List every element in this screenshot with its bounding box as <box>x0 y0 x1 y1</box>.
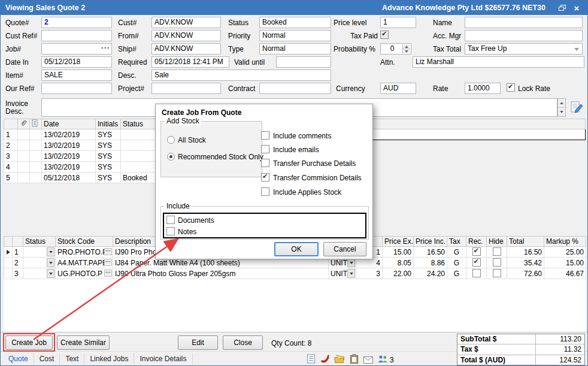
history-rownum-cell[interactable]: 4 <box>4 162 18 173</box>
chevron-down-icon[interactable] <box>47 247 54 256</box>
item-status-select[interactable] <box>23 268 56 279</box>
history-note-cell[interactable] <box>30 162 42 173</box>
item-hide-cell[interactable] <box>487 258 507 268</box>
item-stock-code-cell[interactable]: UG.PHOTO.P <box>56 268 113 279</box>
required-input[interactable]: 05/12/2018 12:41 PM <box>151 56 229 68</box>
history-date-cell[interactable]: 13/02/2019 <box>42 140 96 151</box>
item-rownum-cell[interactable]: 2 <box>13 258 23 268</box>
history-attach-cell[interactable] <box>18 140 30 151</box>
rec-checkbox[interactable] <box>472 269 481 277</box>
create-job-button[interactable]: Create Job <box>5 335 53 350</box>
hide-checkbox[interactable] <box>493 269 501 277</box>
ok-button[interactable]: OK <box>274 242 319 256</box>
lock-rate-checkbox[interactable] <box>507 83 515 92</box>
cancel-button[interactable]: Cancel <box>323 242 366 256</box>
tab-quote[interactable]: Quote <box>3 353 34 365</box>
rate-input[interactable]: 1.0000 <box>465 83 501 94</box>
chevron-down-icon[interactable] <box>47 269 54 278</box>
history-attach-cell[interactable] <box>18 162 30 173</box>
item-price-ex-cell[interactable]: 15.00 <box>383 247 414 258</box>
stock-browse-button[interactable] <box>104 248 112 255</box>
restore-icon[interactable] <box>556 2 568 13</box>
status-input[interactable]: Booked <box>259 17 331 28</box>
spin-up-icon[interactable] <box>403 44 410 49</box>
probability-spinner[interactable] <box>402 44 410 53</box>
history-note-cell[interactable] <box>30 140 42 151</box>
date-in-input[interactable]: 05/12/2018 <box>41 56 112 68</box>
item-description-cell[interactable]: IJ90 Ultra Photo Gloss Paper 205gsm <box>113 268 329 279</box>
history-rownum-cell[interactable]: 1 <box>4 129 18 140</box>
item-hide-cell[interactable] <box>487 247 507 258</box>
transfer-commission-checkbox[interactable] <box>261 173 269 182</box>
contract-input[interactable] <box>259 83 331 94</box>
acc-mgr-input[interactable] <box>465 30 583 41</box>
item-rec-cell[interactable] <box>466 258 487 268</box>
from-input[interactable]: ADV.KNOW <box>151 30 221 41</box>
cust-input[interactable]: ADV.KNOW <box>151 17 221 28</box>
notes-checkbox[interactable] <box>166 227 175 235</box>
edit-button[interactable]: Edit <box>178 335 218 350</box>
ship-input[interactable]: ADV.KNOW <box>151 43 221 55</box>
item-input[interactable]: SALE <box>41 69 112 81</box>
quote-input[interactable]: 2 <box>41 17 112 28</box>
name-input[interactable] <box>465 17 583 28</box>
history-attach-cell[interactable] <box>18 151 30 162</box>
item-markup-cell[interactable]: 46.67 <box>544 268 586 279</box>
recommended-stock-radio[interactable] <box>167 153 175 161</box>
item-row[interactable]: 3 UG.PHOTO.P IJ90 Ultra Photo Gloss Pape… <box>4 268 586 279</box>
history-date-cell[interactable]: 13/02/2019 <box>42 129 96 140</box>
item-tax-cell[interactable]: G <box>447 258 466 268</box>
report-icon[interactable] <box>305 353 317 364</box>
job-input[interactable]: ··· <box>41 43 112 55</box>
tab-text[interactable]: Text <box>60 353 84 365</box>
history-attach-cell[interactable] <box>18 173 30 183</box>
currency-input[interactable]: AUD <box>380 83 416 94</box>
item-tax-cell[interactable]: G <box>447 247 466 258</box>
item-markup-cell[interactable]: 25.00 <box>544 247 586 258</box>
rec-checkbox[interactable] <box>472 247 481 256</box>
create-similar-button[interactable]: Create Similar <box>57 335 110 350</box>
spin-down-icon[interactable] <box>403 49 410 53</box>
rec-checkbox[interactable] <box>472 258 481 267</box>
desc-input[interactable]: Sale <box>151 69 331 81</box>
item-status-select[interactable] <box>23 247 56 258</box>
type-input[interactable]: Normal <box>259 43 331 55</box>
chevron-down-icon[interactable] <box>47 258 54 267</box>
history-note-cell[interactable] <box>30 173 42 183</box>
spin-up-icon[interactable] <box>558 99 565 107</box>
history-initials-cell[interactable]: SYS <box>96 151 121 162</box>
spin-down-icon[interactable] <box>558 107 565 116</box>
contacts-icon[interactable] <box>377 353 389 364</box>
item-rownum-cell[interactable]: 3 <box>13 268 23 279</box>
tab-cost[interactable]: Cost <box>34 353 60 365</box>
clipboard-icon[interactable] <box>348 353 360 364</box>
tax-total-select[interactable]: Tax Free Up <box>465 43 583 55</box>
history-attach-cell[interactable] <box>18 129 30 140</box>
job-browse-button[interactable]: ··· <box>101 44 110 52</box>
transfer-purchase-checkbox[interactable] <box>261 159 269 167</box>
item-price-inc-cell[interactable]: 8.86 <box>414 258 447 268</box>
item-markup-cell[interactable]: 15.00 <box>544 258 586 268</box>
history-initials-cell[interactable]: SYS <box>96 162 121 173</box>
close-icon[interactable]: × <box>571 2 583 13</box>
item-unit-select[interactable]: UNIT <box>329 268 356 279</box>
mail-icon[interactable] <box>362 355 374 365</box>
history-rownum-cell[interactable]: 2 <box>4 140 18 151</box>
item-stock-code-cell[interactable]: PRO.PHOTO.P <box>56 247 113 258</box>
documents-checkbox[interactable] <box>166 216 175 224</box>
stock-browse-button[interactable] <box>104 259 112 266</box>
include-comments-checkbox[interactable] <box>261 131 269 140</box>
include-emails-checkbox[interactable] <box>261 145 269 153</box>
valid-until-input[interactable] <box>276 56 331 68</box>
history-rownum-cell[interactable]: 3 <box>4 151 18 162</box>
edit-note-icon[interactable] <box>569 100 584 114</box>
item-price-ex-cell[interactable]: 8.05 <box>383 258 414 268</box>
history-date-cell[interactable]: 13/02/2019 <box>42 151 96 162</box>
stock-browse-button[interactable] <box>104 270 112 277</box>
history-date-cell[interactable]: 13/02/2019 <box>42 162 96 173</box>
chevron-down-icon[interactable] <box>574 48 579 51</box>
priority-input[interactable]: Normal <box>259 30 331 41</box>
item-total-cell[interactable]: 16.50 <box>507 247 544 258</box>
hide-checkbox[interactable] <box>493 247 501 256</box>
tax-paid-checkbox[interactable] <box>380 31 389 39</box>
